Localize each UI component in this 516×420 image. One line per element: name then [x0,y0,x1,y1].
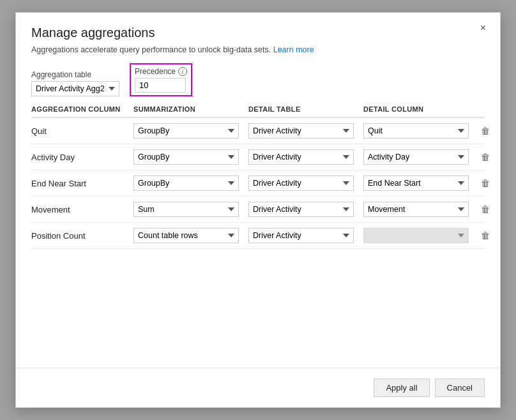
apply-all-button[interactable]: Apply all [374,379,429,397]
row-detail-column-activity-day: Activity Day [363,149,478,165]
row-detail-table-end-near-start: Driver Activity [248,176,363,191]
agg-table-select[interactable]: Driver Activity Agg2 [31,81,119,96]
agg-table-group: Aggregation table Driver Activity Agg2 [31,70,119,96]
agg-table-label: Aggregation table [31,70,119,79]
row-summarization-movement: GroupBy Sum Count Count table rows [133,202,248,217]
detail-column-select-end-near-start[interactable]: End Near Start [363,176,469,191]
detail-table-select-position-count[interactable]: Driver Activity [248,228,354,243]
precedence-label: Precedence [135,67,176,76]
row-detail-table-movement: Driver Activity [248,202,363,217]
row-summarization-position-count: GroupBy Sum Count Count table rows [133,228,248,243]
col-header-summarization: SUMMARIZATION [133,105,248,113]
row-detail-column-quit: Quit [363,123,478,139]
close-button[interactable]: × [476,22,490,34]
precedence-label-row: Precedence i [135,67,187,76]
summarization-select-movement[interactable]: GroupBy Sum Count Count table rows [133,202,239,217]
summarization-select-end-near-start[interactable]: GroupBy Sum Count Count table rows [133,176,239,191]
dialog-footer: Apply all Cancel [16,368,500,407]
row-agg-column-movement: Movement [31,205,133,214]
row-agg-column-position-count: Position Count [31,231,133,241]
table-row: End Near Start GroupBy Sum Count Count t… [31,170,485,197]
delete-button-quit[interactable]: 🗑 [478,124,492,137]
col-header-detail-column: DETAIL COLUMN [363,105,478,113]
row-actions-movement: 🗑 [478,203,500,216]
row-detail-column-position-count [363,228,478,243]
controls-row: Aggregation table Driver Activity Agg2 P… [16,63,500,105]
row-agg-column-quit: Quit [31,126,133,136]
col-header-agg-column: AGGREGATION COLUMN [31,105,133,113]
detail-column-select-quit[interactable]: Quit [363,123,469,139]
dialog-subtitle: Aggregations accelerate query performanc… [31,45,485,54]
learn-more-link[interactable]: Learn more [273,45,314,54]
row-detail-column-movement: Movement [363,202,478,217]
row-detail-column-end-near-start: End Near Start [363,176,478,191]
detail-column-select-movement[interactable]: Movement [363,202,469,217]
summarization-select-position-count[interactable]: GroupBy Sum Count Count table rows [133,228,239,243]
delete-button-end-near-start[interactable]: 🗑 [478,177,492,190]
dialog-title: Manage aggregations [31,26,485,40]
delete-button-movement[interactable]: 🗑 [478,203,492,216]
row-detail-table-activity-day: Driver Activity [248,149,363,165]
dialog-header: Manage aggregations Aggregations acceler… [16,13,500,63]
col-header-detail-table: DETAIL TABLE [248,105,363,113]
summarization-select-quit[interactable]: GroupBy Sum Count Count table rows Min M… [133,123,239,139]
precedence-input[interactable] [135,78,186,93]
row-summarization-quit: GroupBy Sum Count Count table rows Min M… [133,123,248,139]
table-row: Quit GroupBy Sum Count Count table rows … [31,118,485,144]
detail-column-select-activity-day[interactable]: Activity Day [363,149,469,165]
row-detail-table-position-count: Driver Activity [248,228,363,243]
precedence-box: Precedence i [130,63,192,96]
detail-column-select-position-count[interactable] [363,228,469,243]
table-row: Movement GroupBy Sum Count Count table r… [31,197,485,223]
column-headers: AGGREGATION COLUMN SUMMARIZATION DETAIL … [31,105,485,118]
table-row: Activity Day GroupBy Sum Count Count tab… [31,144,485,170]
row-actions-end-near-start: 🗑 [478,177,500,190]
detail-table-select-movement[interactable]: Driver Activity [248,202,354,217]
col-header-actions [478,105,500,113]
delete-button-position-count[interactable]: 🗑 [478,229,492,242]
row-agg-column-end-near-start: End Near Start [31,179,133,188]
row-summarization-end-near-start: GroupBy Sum Count Count table rows [133,176,248,191]
row-summarization-activity-day: GroupBy Sum Count Count table rows [133,149,248,165]
manage-aggregations-dialog: × Manage aggregations Aggregations accel… [15,12,501,408]
row-actions-position-count: 🗑 [478,229,500,242]
row-actions-quit: 🗑 [478,124,500,137]
summarization-select-activity-day[interactable]: GroupBy Sum Count Count table rows [133,149,239,165]
detail-table-select-activity-day[interactable]: Driver Activity [248,149,354,165]
cancel-button[interactable]: Cancel [435,379,485,397]
detail-table-select-quit[interactable]: Driver Activity [248,123,354,139]
row-detail-table-quit: Driver Activity [248,123,363,139]
row-actions-activity-day: 🗑 [478,151,500,163]
delete-button-activity-day[interactable]: 🗑 [478,151,492,163]
row-agg-column-activity-day: Activity Day [31,153,133,162]
table-area: AGGREGATION COLUMN SUMMARIZATION DETAIL … [16,105,500,368]
precedence-info-icon[interactable]: i [178,67,187,76]
table-row: Position Count GroupBy Sum Count Count t… [31,223,485,249]
detail-table-select-end-near-start[interactable]: Driver Activity [248,176,354,191]
